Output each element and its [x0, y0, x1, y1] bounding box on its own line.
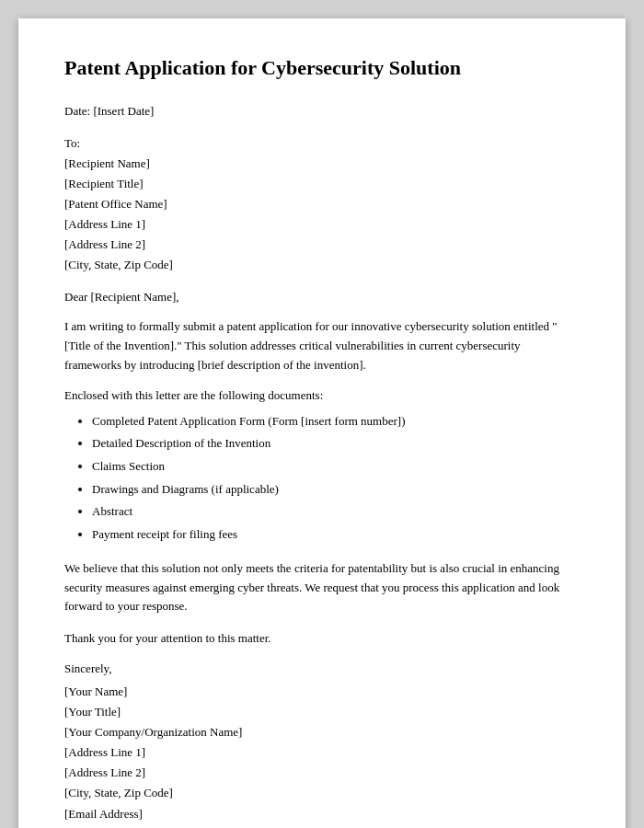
sender-phone: [Phone Number] [64, 824, 580, 828]
belief-paragraph: We believe that this solution not only m… [64, 559, 580, 616]
recipient-address1: [Address Line 1] [64, 214, 580, 235]
list-item: Claims Section [92, 455, 580, 478]
closing: Sincerely, [64, 661, 580, 676]
sender-title: [Your Title] [64, 702, 580, 722]
list-item: Abstract [92, 500, 580, 523]
date-line: Date: [Insert Date] [64, 104, 580, 119]
recipient-name: [Recipient Name] [64, 154, 580, 174]
salutation: Dear [Recipient Name], [64, 290, 580, 305]
recipient-office: [Patent Office Name] [64, 194, 580, 214]
sender-company: [Your Company/Organization Name] [64, 722, 580, 742]
recipient-title: [Recipient Title] [64, 174, 580, 194]
list-item: Completed Patent Application Form (Form … [92, 410, 580, 433]
to-label: To: [64, 133, 580, 154]
enclosed-intro: Enclosed with this letter are the follow… [64, 388, 580, 403]
list-item: Drawings and Diagrams (if applicable) [92, 478, 580, 501]
sender-email: [Email Address] [64, 804, 580, 824]
sender-block: [Your Name] [Your Title] [Your Company/O… [64, 682, 580, 828]
recipient-block: To: [Recipient Name] [Recipient Title] [… [64, 133, 580, 276]
list-item: Detailed Description of the Invention [92, 432, 580, 455]
document-container: Patent Application for Cybersecurity Sol… [18, 18, 626, 828]
list-item: Payment receipt for filing fees [92, 523, 580, 546]
recipient-address2: [Address Line 2] [64, 235, 580, 255]
recipient-city: [City, State, Zip Code] [64, 255, 580, 275]
sender-name: [Your Name] [64, 682, 580, 702]
sender-address2: [Address Line 2] [64, 763, 580, 783]
sender-city: [City, State, Zip Code] [64, 783, 580, 803]
document-title: Patent Application for Cybersecurity Sol… [64, 55, 580, 82]
intro-paragraph: I am writing to formally submit a patent… [64, 317, 580, 374]
thanks-paragraph: Thank you for your attention to this mat… [64, 629, 580, 649]
sender-address1: [Address Line 1] [64, 742, 580, 763]
documents-list: Completed Patent Application Form (Form … [92, 410, 580, 546]
